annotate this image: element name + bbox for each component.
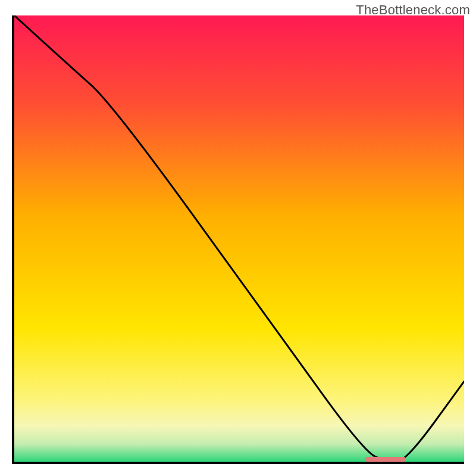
plot-frame	[12, 15, 464, 464]
background-gradient	[14, 15, 464, 462]
highlight-band	[365, 457, 406, 462]
svg-rect-0	[14, 15, 464, 462]
plot-area	[14, 15, 464, 462]
chart-container: TheBottleneck.com	[0, 0, 476, 476]
